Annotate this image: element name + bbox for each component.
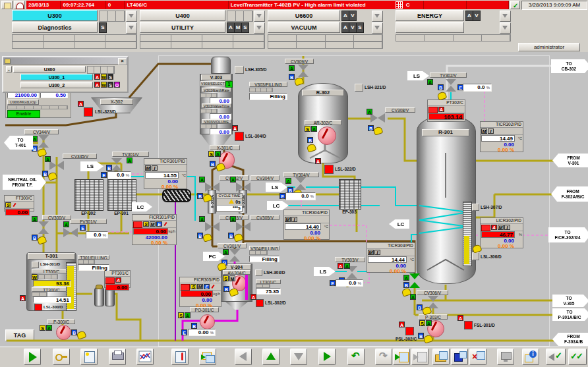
valve-cv345[interactable]: [49, 161, 64, 171]
valve-cv304[interactable]: [236, 183, 250, 192]
lt301-plate[interactable]: LT301/C: [256, 279, 281, 284]
cv301-plate[interactable]: CV301/V: [218, 243, 247, 248]
valve-tv301[interactable]: [111, 158, 122, 171]
tt300-plate[interactable]: TT300/C: [32, 287, 71, 292]
faceplate-ticr303[interactable]: TICR303/PID MI 14.44°C 0.00 0.00 %: [367, 242, 415, 273]
po301-auto-badge[interactable]: A: [185, 312, 191, 318]
v304-filling-plate[interactable]: V304/FILLING: [249, 246, 279, 250]
ficr301-e[interactable]: E: [156, 221, 162, 227]
t301-filling-cells[interactable]: [78, 260, 95, 264]
valve-r301-bottom[interactable]: [409, 273, 420, 288]
x301c-plate[interactable]: X-301/C: [210, 145, 240, 150]
lt300-cells[interactable]: [38, 274, 58, 279]
r301-bottom-b-badge[interactable]: B: [403, 282, 409, 288]
ficr305-m[interactable]: M: [197, 284, 203, 289]
faceplate-licr302[interactable]: LICR302/PID AMI 46.77% 0.00 0.00 %: [480, 217, 523, 248]
fv301-e-badge[interactable]: E: [80, 225, 86, 231]
v303-valvetime-plate[interactable]: V303/ValveTime: [202, 103, 231, 108]
cv305-auto-badge[interactable]: A: [230, 216, 236, 222]
ticr303-m[interactable]: M: [368, 250, 374, 255]
po301-s-badge[interactable]: S: [178, 312, 184, 318]
cv345-plate[interactable]: CV345/V: [63, 154, 97, 159]
valve-cv306[interactable]: [428, 296, 438, 308]
ticr301-m[interactable]: M: [145, 165, 151, 171]
licr302-i[interactable]: I: [504, 225, 510, 230]
po301-plate[interactable]: PO-301/C: [190, 307, 219, 312]
lt300-plate[interactable]: LT300/C: [32, 269, 71, 273]
psl302-indicator[interactable]: [405, 327, 414, 335]
lsl322-alarm-badge[interactable]: A: [315, 158, 321, 164]
ficr301-m[interactable]: M: [150, 221, 156, 227]
faceplate-ft300[interactable]: FT300/C S 0.00: [4, 195, 34, 212]
t301-filling-plate[interactable]: T301/FILLING: [78, 255, 109, 260]
cv304-plate[interactable]: CV304/V: [250, 175, 279, 181]
ar302-s-badge[interactable]: S: [305, 126, 310, 132]
tree-item-u300-2[interactable]: U300_2: [20, 82, 93, 88]
fsl301-indicator[interactable]: [464, 321, 473, 329]
cv344-plate[interactable]: CV344/V: [24, 129, 59, 134]
p303-s-badge[interactable]: S: [419, 320, 425, 326]
av304-s-badge[interactable]: S: [223, 275, 229, 281]
valve-cv305[interactable]: [236, 222, 250, 232]
cv306-b-badge[interactable]: B: [417, 304, 423, 310]
ticr303-i[interactable]: I: [374, 250, 380, 255]
v303-valvetime-cells[interactable]: [200, 109, 218, 113]
cv309-auto-badge[interactable]: A: [289, 65, 295, 71]
lt300-warning-badge[interactable]: W: [32, 274, 38, 280]
tv302-auto-badge[interactable]: A: [427, 79, 433, 85]
valve-cv309[interactable]: [298, 65, 309, 77]
cv308-b-badge[interactable]: B: [368, 125, 374, 131]
faceplate-ficr301[interactable]: FICR301/PID SME 0.00kg/h 42000.00 0.00 %: [132, 214, 177, 245]
u300-2-s-badge[interactable]: S: [107, 82, 113, 88]
tv302-output[interactable]: 0.0 %: [463, 84, 492, 92]
cv305-plate[interactable]: CV305/V: [250, 215, 279, 220]
cv308-auto-badge[interactable]: A: [367, 109, 372, 115]
lsh321-indicator[interactable]: [355, 84, 363, 92]
cv302-auto-badge[interactable]: A: [199, 177, 205, 183]
tv301-auto-badge[interactable]: A: [127, 157, 132, 163]
faceplate-ticr304[interactable]: TICR304/PID MI 14.40°C 0.00 0.00 %: [283, 210, 330, 240]
pump-po301[interactable]: [200, 314, 215, 329]
tv303-auto-badge[interactable]: A: [344, 263, 350, 269]
ticr301-i[interactable]: I: [152, 165, 158, 171]
pump-p300[interactable]: [56, 325, 71, 340]
ticr302-i[interactable]: I: [488, 128, 494, 134]
tree-collapse[interactable]: -: [6, 66, 12, 72]
valve-tv302[interactable]: [446, 79, 456, 92]
r301-bottom-auto-badge[interactable]: A: [403, 275, 409, 281]
v303-volume-plate[interactable]: V303/VOLUME: [202, 119, 231, 124]
flow-to-t401[interactable]: TOT-401: [4, 136, 33, 150]
po301-e-badge[interactable]: E: [181, 329, 187, 335]
flow-from-v301[interactable]: FROMV-301: [552, 154, 588, 167]
lsl306-indicator[interactable]: [472, 252, 479, 260]
v303-earthrate-plate[interactable]: V303/EarthRate: [202, 88, 231, 92]
popup-titlebar[interactable]: [3, 57, 127, 65]
tv303-e-badge[interactable]: E: [330, 280, 336, 286]
faceplate-ticr301[interactable]: TICR301/PID MI 14.55°C 0.00 0.00 %: [144, 158, 187, 189]
cv304-auto-badge[interactable]: A: [230, 177, 236, 183]
p300-plate[interactable]: P-300/C: [47, 319, 75, 324]
flow-to-p301[interactable]: TOP-301A/B/C: [552, 308, 588, 321]
valve-cv302[interactable]: [205, 183, 220, 192]
ficr305-e[interactable]: E: [204, 284, 210, 289]
p303-plate[interactable]: P-303/C: [419, 314, 448, 320]
u300-1-alarm-badge[interactable]: A: [94, 74, 100, 80]
tt300-cells[interactable]: [32, 292, 47, 296]
cv300-auto-badge[interactable]: A: [32, 216, 38, 222]
flow-neutral-oil[interactable]: NEUTRAL OILFROM T.F.: [3, 175, 46, 190]
av304-plate[interactable]: AV-304/C: [223, 270, 250, 275]
licr302-m[interactable]: M: [498, 225, 504, 230]
enable-state[interactable]: Enable: [7, 110, 40, 118]
p303-b-badge[interactable]: B: [418, 333, 424, 339]
cv302-b-badge[interactable]: B: [197, 193, 203, 199]
lsl323-alarm-badge[interactable]: A: [78, 101, 84, 107]
tv304-e-badge[interactable]: E: [279, 193, 285, 199]
lsl302-alarm-badge[interactable]: A: [250, 294, 256, 300]
faceplate-pt301[interactable]: PT301/C A 0.00: [104, 270, 131, 288]
licr302-a[interactable]: A: [491, 225, 497, 230]
mod-cells[interactable]: [7, 105, 68, 109]
tv303-alarm-badge[interactable]: A: [338, 263, 343, 269]
lsl300-alarm-badge[interactable]: A: [20, 295, 26, 301]
lsh301-indicator[interactable]: [32, 262, 39, 268]
tree-root-u300[interactable]: U300: [13, 66, 86, 72]
